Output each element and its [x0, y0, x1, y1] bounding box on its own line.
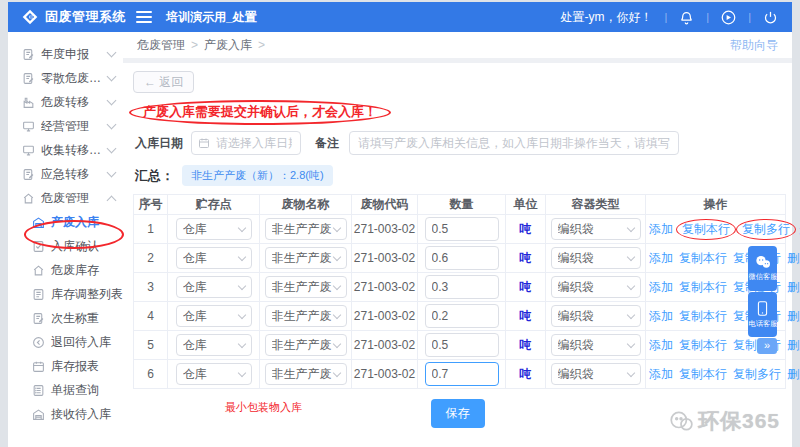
- action-复制本行-link[interactable]: 复制本行: [682, 222, 730, 236]
- back-button[interactable]: ← 返回: [133, 71, 194, 93]
- action-复制多行-link[interactable]: 复制多行: [742, 222, 790, 236]
- container-type-select[interactable]: 编织袋: [551, 305, 641, 327]
- doc-check-icon: [32, 240, 45, 253]
- chevron-down-icon: [107, 144, 117, 154]
- sidebar-subitem-2[interactable]: 危废库存: [8, 258, 123, 282]
- quantity-input[interactable]: [425, 304, 499, 328]
- storage-select[interactable]: 仓库: [176, 305, 252, 327]
- chevron-down-icon: [237, 252, 245, 260]
- storage-select[interactable]: 仓库: [176, 247, 252, 269]
- sidebar-item-5[interactable]: 应急转移: [8, 162, 123, 186]
- warehouse-icon: [32, 216, 45, 229]
- container-type-select[interactable]: 编织袋: [551, 247, 641, 269]
- wechat-service-button[interactable]: 微信客服: [748, 246, 777, 291]
- chevron-down-icon: [332, 368, 340, 376]
- row-index: 2: [134, 244, 168, 273]
- breadcrumb-item-0[interactable]: 危废管理: [137, 37, 185, 54]
- action-复制本行-link[interactable]: 复制本行: [679, 338, 727, 352]
- waste-name-select[interactable]: 非生产产废: [265, 218, 347, 240]
- sidebar-item-3[interactable]: 经营管理: [8, 114, 123, 138]
- brand: 固废管理系统: [8, 8, 126, 26]
- waste-name-select[interactable]: 非生产产废: [265, 276, 347, 298]
- waste-name-select[interactable]: 非生产产废: [265, 334, 347, 356]
- action-复制本行-link[interactable]: 复制本行: [679, 309, 727, 323]
- action-添加-link[interactable]: 添加: [649, 222, 673, 236]
- sidebar-subitem-6[interactable]: 库存报表: [8, 354, 123, 378]
- table-row: 4仓库非生产产废271-003-02吨编织袋添加复制本行复制多行删除: [134, 302, 786, 331]
- sidebar-item-label: 零散危废收集填报: [41, 70, 102, 87]
- breadcrumb-item-1[interactable]: 产废入库: [204, 37, 252, 54]
- quantity-input[interactable]: [425, 275, 499, 299]
- unit-value: 吨: [506, 360, 546, 389]
- help-guide-link[interactable]: 帮助向导: [730, 37, 778, 54]
- chevron-down-icon: [332, 339, 340, 347]
- action-annotation-circle: 复制多行: [736, 219, 796, 240]
- action-添加-link[interactable]: 添加: [649, 367, 673, 381]
- broadcast-icon[interactable]: [721, 10, 736, 25]
- sidebar-subitem-1[interactable]: 入库确认: [8, 234, 123, 258]
- quantity-input[interactable]: [425, 217, 499, 241]
- wechat-service-label: 微信客服: [748, 272, 777, 282]
- action-添加-link[interactable]: 添加: [649, 280, 673, 294]
- quantity-input[interactable]: [425, 333, 499, 357]
- save-button[interactable]: 保存: [431, 399, 485, 428]
- action-复制本行-link[interactable]: 复制本行: [679, 251, 727, 265]
- row-index: 3: [134, 273, 168, 302]
- bell-icon[interactable]: [679, 10, 694, 25]
- storage-select[interactable]: 仓库: [176, 334, 252, 356]
- action-添加-link[interactable]: 添加: [649, 309, 673, 323]
- sidebar-subitem-label: 次生称重: [51, 310, 99, 327]
- storage-select[interactable]: 仓库: [176, 218, 252, 240]
- power-icon[interactable]: [763, 10, 778, 25]
- sidebar-subitem-0[interactable]: 产废入库: [8, 210, 123, 234]
- screen: 固废管理系统 培训演示用_处置 处置-ym，你好！ | | |: [0, 0, 800, 447]
- action-复制本行-link[interactable]: 复制本行: [679, 280, 727, 294]
- action-删除-link[interactable]: 删除: [787, 338, 800, 352]
- action-添加-link[interactable]: 添加: [649, 251, 673, 265]
- storage-select[interactable]: 仓库: [176, 363, 252, 385]
- waste-name-select[interactable]: 非生产产废: [265, 363, 347, 385]
- top-bar: 固废管理系统 培训演示用_处置 处置-ym，你好！ | | |: [8, 2, 792, 32]
- action-添加-link[interactable]: 添加: [649, 338, 673, 352]
- sidebar-item-0[interactable]: 年度申报: [8, 42, 123, 66]
- action-删除-link[interactable]: 删除: [787, 367, 800, 381]
- logo-diamond-icon: [22, 9, 38, 25]
- container-type-select[interactable]: 编织袋: [551, 334, 641, 356]
- container-type-select[interactable]: 编织袋: [551, 218, 641, 240]
- container-type-select[interactable]: 编织袋: [551, 276, 641, 298]
- sidebar-item-1[interactable]: 零散危废收集填报: [8, 66, 123, 90]
- watermark-text: 环保365: [698, 407, 780, 435]
- action-复制多行-link[interactable]: 复制多行: [733, 367, 781, 381]
- remark-label: 备注: [315, 135, 339, 152]
- chevron-down-icon: [107, 96, 117, 106]
- hamburger-menu-icon[interactable]: [136, 8, 152, 26]
- waste-name-select[interactable]: 非生产产废: [265, 305, 347, 327]
- waste-name-select[interactable]: 非生产产废: [265, 247, 347, 269]
- sidebar-item-4[interactable]: 收集转移联单: [8, 138, 123, 162]
- sidebar-subitem-label: 库存报表: [51, 358, 99, 375]
- quantity-input[interactable]: [425, 362, 499, 386]
- sidebar-subitem-7[interactable]: 单据查询: [8, 378, 123, 402]
- chevron-down-icon: [626, 310, 634, 318]
- collapse-services-button[interactable]: »: [757, 338, 777, 354]
- action-删除-link[interactable]: 删除: [787, 309, 800, 323]
- sidebar-item-2[interactable]: 危废转移: [8, 90, 123, 114]
- phone-service-button[interactable]: 电话客服: [748, 292, 777, 337]
- sidebar-subitem-5[interactable]: 退回待入库: [8, 330, 123, 354]
- storage-select[interactable]: 仓库: [176, 276, 252, 298]
- workspace-tab[interactable]: 培训演示用_处置: [166, 9, 257, 26]
- confirm-notice-text: 产废入库需要提交并确认后，才会入库！: [143, 104, 377, 119]
- sidebar-subitem-3[interactable]: 库存调整列表: [8, 282, 123, 306]
- unit-value: 吨: [506, 273, 546, 302]
- sidebar-subitem-8[interactable]: 接收待入库: [8, 402, 123, 426]
- sidebar-item-6[interactable]: 危废管理: [8, 186, 123, 210]
- action-删除-link[interactable]: 删除: [787, 251, 800, 265]
- sidebar-subitem-4[interactable]: 次生称重: [8, 306, 123, 330]
- quantity-input[interactable]: [425, 246, 499, 270]
- action-删除-link[interactable]: 删除: [787, 280, 800, 294]
- column-header: 序号: [134, 195, 168, 215]
- breadcrumb: 危废管理>产废入库> 帮助向导: [123, 32, 792, 58]
- remark-input[interactable]: [349, 131, 679, 155]
- action-复制本行-link[interactable]: 复制本行: [679, 367, 727, 381]
- container-type-select[interactable]: 编织袋: [551, 363, 641, 385]
